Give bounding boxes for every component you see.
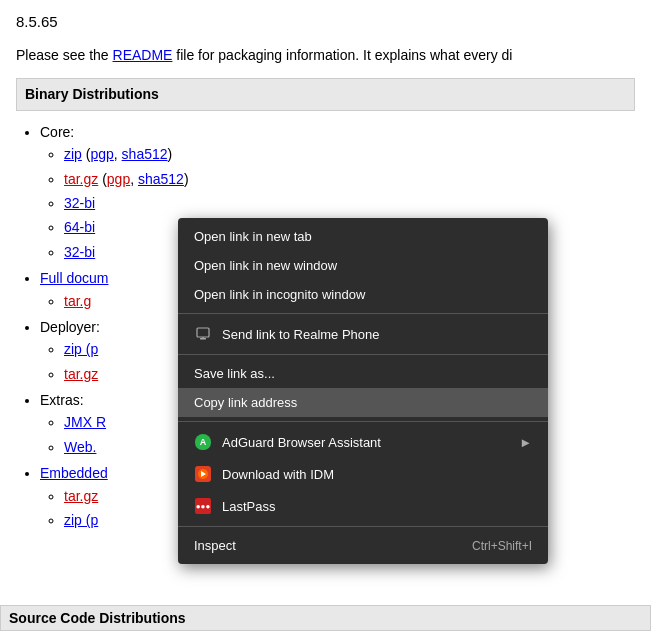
context-menu: Open link in new tab Open link in new wi…	[178, 218, 548, 564]
menu-item-save-link[interactable]: Save link as...	[178, 359, 548, 388]
save-link-label: Save link as...	[194, 366, 275, 381]
svg-rect-1	[200, 338, 206, 340]
adguard-label: AdGuard Browser Assistant	[222, 435, 381, 450]
menu-item-send-to-phone[interactable]: Send link to Realme Phone	[178, 318, 548, 350]
menu-item-inspect[interactable]: Inspect Ctrl+Shift+I	[178, 531, 548, 560]
menu-item-open-new-window[interactable]: Open link in new window	[178, 251, 548, 280]
context-menu-overlay: Open link in new tab Open link in new wi…	[0, 0, 651, 631]
open-new-window-label: Open link in new window	[194, 258, 337, 273]
idm-icon	[194, 465, 212, 483]
send-to-phone-label: Send link to Realme Phone	[222, 327, 380, 342]
menu-item-open-incognito[interactable]: Open link in incognito window	[178, 280, 548, 309]
open-new-tab-label: Open link in new tab	[194, 229, 312, 244]
inspect-label: Inspect	[194, 538, 236, 553]
inspect-shortcut: Ctrl+Shift+I	[472, 539, 532, 553]
menu-item-lastpass[interactable]: ●●● LastPass	[178, 490, 548, 522]
svg-rect-0	[197, 328, 209, 337]
menu-item-copy-link[interactable]: Copy link address	[178, 388, 548, 417]
lastpass-icon: ●●●	[194, 497, 212, 515]
divider2	[178, 354, 548, 355]
lastpass-label: LastPass	[222, 499, 275, 514]
copy-link-label: Copy link address	[194, 395, 297, 410]
divider1	[178, 313, 548, 314]
phone-icon	[194, 325, 212, 343]
idm-label: Download with IDM	[222, 467, 334, 482]
menu-item-adguard[interactable]: A AdGuard Browser Assistant ►	[178, 426, 548, 458]
adguard-icon: A	[194, 433, 212, 451]
divider4	[178, 526, 548, 527]
open-incognito-label: Open link in incognito window	[194, 287, 365, 302]
menu-item-open-new-tab[interactable]: Open link in new tab	[178, 222, 548, 251]
adguard-arrow-icon: ►	[519, 435, 532, 450]
menu-item-idm[interactable]: Download with IDM	[178, 458, 548, 490]
divider3	[178, 421, 548, 422]
